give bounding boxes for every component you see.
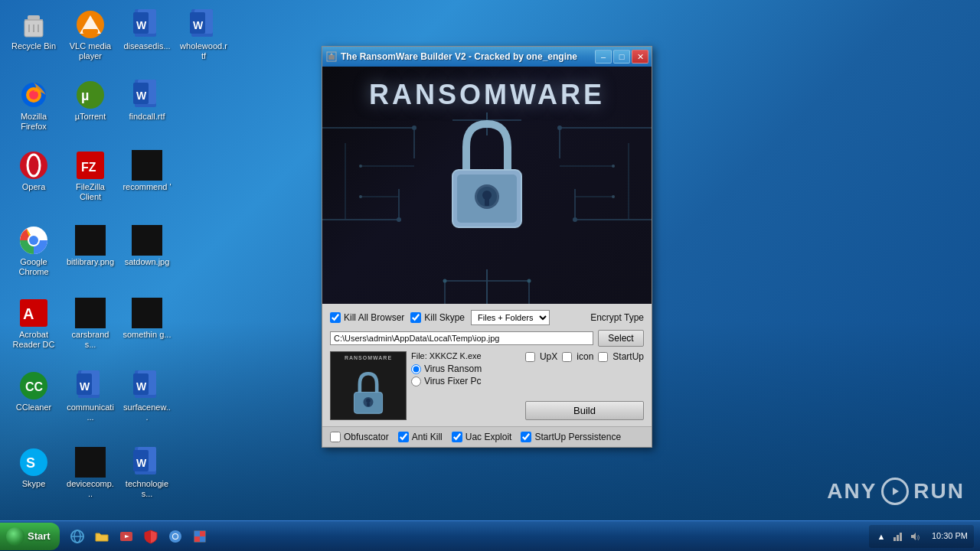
taskbar: Start	[0, 520, 980, 551]
startup-perssistence-checkbox[interactable]	[521, 432, 531, 442]
icon-label-carsbrand: carsbrand s...	[66, 330, 115, 350]
icon-img-skype: S	[18, 447, 49, 478]
build-button[interactable]: Build	[525, 401, 644, 420]
svg-point-67	[573, 217, 577, 222]
taskbar-shield-icon[interactable]	[139, 525, 162, 548]
window-titlebar[interactable]: The RansomWare Builder V2 - Cracked by o…	[322, 47, 652, 67]
svg-point-76	[359, 195, 362, 198]
desktop-icon-firefox[interactable]: Mozilla Firefox	[6, 77, 61, 135]
taskbar-media-icon[interactable]	[115, 525, 138, 548]
start-button[interactable]: Start	[0, 523, 60, 550]
uac-exploit-checkbox[interactable]	[452, 432, 462, 442]
path-input[interactable]	[330, 331, 593, 345]
anti-kill-label: Anti Kill	[412, 432, 443, 442]
svg-rect-97	[367, 403, 370, 406]
taskbar-ie-icon[interactable]	[66, 525, 89, 548]
taskbar-chrome-icon[interactable]	[164, 525, 187, 548]
icon-label-vlc: VLC media player	[66, 41, 115, 61]
desktop-icon-technologies[interactable]: WW technologie s...	[119, 444, 175, 502]
desktop-icon-satdown[interactable]: satdown.jpg	[119, 222, 175, 270]
icon-img-recommend	[132, 150, 162, 181]
desktop-icon-opera[interactable]: Opera	[6, 147, 61, 195]
svg-rect-108	[194, 531, 200, 536]
icon-label-firefox: Mozilla Firefox	[9, 112, 58, 132]
kill-skype-label: Kill Skype	[424, 312, 465, 323]
kill-skype-checkbox[interactable]	[410, 312, 421, 323]
desktop-icon-findcall[interactable]: WW findcall.rtf	[119, 77, 175, 125]
desktop-icon-diseased[interactable]: WW diseasedis...	[119, 6, 175, 54]
svg-text:A: A	[23, 305, 34, 322]
startup-checkbox[interactable]	[598, 352, 608, 362]
desktop-icon-communication[interactable]: WW communicati...	[63, 367, 118, 425]
desktop-icon-bitlibrary[interactable]: bitlibrary.png	[63, 222, 118, 270]
icon-checkbox[interactable]	[562, 352, 572, 362]
controls-area: Kill All Browser Kill Skype Files + Fold…	[322, 304, 652, 426]
svg-point-84	[528, 279, 531, 283]
obfuscator-label: Obfuscator	[344, 432, 389, 442]
svg-text:): )	[918, 533, 920, 540]
anyrun-text-run: RUN	[913, 479, 965, 504]
tray-arrow-icon[interactable]: ▲	[875, 530, 887, 543]
desktop-icon-surfacenew[interactable]: WW surfacenew...	[119, 367, 175, 425]
app-window: The RansomWare Builder V2 - Cracked by o…	[322, 46, 652, 448]
desktop-icon-recommend[interactable]: recommend '	[119, 147, 175, 195]
window-content: RANSOMWARE	[322, 67, 652, 447]
desktop-icon-carsbrand[interactable]: carsbrand s...	[63, 295, 118, 353]
uac-exploit-label: Uac Exploit	[466, 432, 512, 442]
svg-text:W: W	[136, 90, 147, 102]
svg-point-18	[29, 90, 38, 99]
upx-label: UpX	[540, 351, 557, 362]
icon-img-findcall: WW	[132, 80, 162, 110]
window-controls: – □ ✕	[595, 50, 648, 64]
select-button[interactable]: Select	[598, 330, 644, 347]
svg-rect-109	[200, 531, 205, 536]
close-button[interactable]: ✕	[632, 50, 648, 64]
desktop-icon-recycle-bin[interactable]: Recycle Bin	[6, 6, 61, 54]
svg-rect-5	[83, 29, 98, 34]
icon-img-utorrent: µ	[75, 80, 106, 110]
taskbar-folder-icon[interactable]	[90, 525, 113, 548]
kill-browser-group: Kill All Browser	[330, 312, 404, 323]
svg-point-74	[359, 165, 362, 168]
icon-img-communication: WW	[75, 370, 106, 401]
virus-fixer-label: Virus Fixer Pc	[424, 376, 481, 386]
tray-network-icon[interactable]	[892, 530, 904, 543]
upx-checkbox[interactable]	[525, 352, 535, 362]
icon-label-utorrent: µTorrent	[75, 112, 106, 122]
icon-label-opera: Opera	[22, 182, 46, 192]
icon-img-wholewood: WW	[188, 9, 219, 40]
kill-all-browser-checkbox[interactable]	[330, 312, 341, 323]
desktop-icon-utorrent[interactable]: µ µTorrent	[63, 77, 118, 125]
desktop-icon-vlc[interactable]: VLC media player	[63, 6, 118, 64]
anti-kill-checkbox[interactable]	[398, 432, 409, 442]
icon-img-opera	[18, 150, 49, 181]
icon-label-recycle-bin: Recycle Bin	[11, 41, 56, 51]
maximize-button[interactable]: □	[613, 50, 630, 64]
svg-point-83	[443, 279, 447, 283]
desktop-icon-wholewood[interactable]: WW wholewood.rtf	[176, 6, 231, 64]
desktop-icon-ccleaner[interactable]: CC CCleaner	[6, 367, 61, 416]
icon-label-findcall: findcall.rtf	[129, 112, 165, 122]
virus-ransom-radio[interactable]	[411, 364, 421, 374]
obfuscator-checkbox[interactable]	[330, 432, 341, 442]
icon-label-communication: communicati...	[66, 403, 115, 422]
minimize-button[interactable]: –	[595, 50, 612, 64]
taskbar-flag-icon[interactable]	[188, 525, 211, 548]
desktop-icon-skype[interactable]: S Skype	[6, 444, 61, 492]
icon-label-acrobat: Acrobat Reader DC	[9, 330, 58, 350]
icon-img-ccleaner: CC	[18, 370, 49, 401]
tray-volume-icon[interactable]: ) )	[909, 530, 921, 543]
uac-exploit-group: Uac Exploit	[452, 432, 512, 442]
svg-text:CC: CC	[25, 380, 44, 393]
encrypt-type-dropdown[interactable]: Files + Folders Files Only Folders Only	[471, 310, 550, 325]
virus-fixer-radio[interactable]	[411, 377, 421, 386]
preview-box: RANSOMWARE	[330, 351, 407, 420]
desktop-icon-something[interactable]: somethin g...	[119, 295, 175, 343]
desktop-icon-devicecomp[interactable]: devicecomp...	[63, 444, 118, 502]
svg-text:FZ: FZ	[81, 161, 96, 174]
svg-point-65	[557, 126, 562, 130]
startup-perssistence-group: StartUp Perssistence	[521, 432, 621, 442]
desktop-icon-filezilla[interactable]: FZ FileZilla Client	[63, 147, 118, 205]
desktop-icon-chrome[interactable]: Google Chrome	[6, 222, 61, 280]
desktop-icon-acrobat[interactable]: A Acrobat Reader DC	[6, 295, 61, 353]
